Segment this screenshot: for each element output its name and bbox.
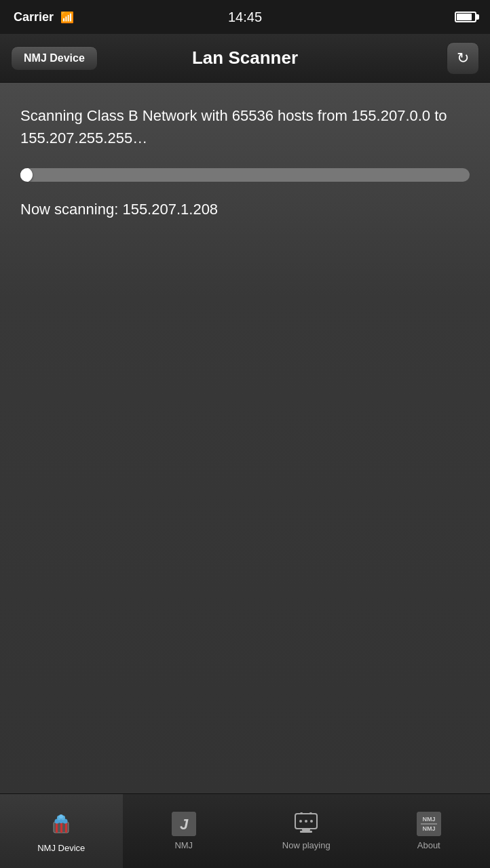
svg-rect-16: [300, 831, 312, 833]
status-time: 14:45: [228, 9, 262, 25]
svg-point-18: [305, 820, 307, 823]
popcorn-icon: [48, 810, 74, 839]
nmj-icon: J: [172, 812, 196, 836]
svg-text:J: J: [180, 816, 189, 833]
scan-description: Scanning Class B Network with 65536 host…: [20, 104, 470, 149]
status-left: Carrier 📶: [14, 10, 74, 24]
main-content: Scanning Class B Network with 65536 host…: [0, 83, 490, 793]
svg-text:NMJ: NMJ: [422, 825, 435, 832]
battery-fill: [457, 14, 472, 20]
carrier-label: Carrier: [14, 10, 54, 24]
tab-nmj-device[interactable]: NMJ Device: [0, 794, 123, 868]
nav-bar: NMJ Device Lan Scanner ↻: [0, 34, 490, 83]
tab-bar: NMJ Device J NMJ: [0, 793, 490, 868]
svg-rect-15: [302, 829, 310, 831]
svg-point-9: [59, 814, 63, 818]
wifi-icon: 📶: [60, 11, 74, 24]
tab-about-label: About: [417, 840, 440, 850]
status-bar: Carrier 📶 14:45: [0, 0, 490, 34]
about-icon: NMJ NMJ: [417, 812, 441, 836]
tab-nmj-label: NMJ: [174, 840, 193, 850]
refresh-icon: ↻: [457, 50, 469, 67]
svg-rect-2: [60, 822, 62, 833]
tab-nmj-device-label: NMJ Device: [37, 843, 85, 853]
tab-nmj[interactable]: J NMJ: [123, 794, 246, 868]
refresh-button[interactable]: ↻: [447, 42, 479, 75]
progress-bar-fill: [20, 168, 29, 182]
scan-status: Now scanning: 155.207.1.208: [20, 201, 470, 218]
svg-rect-22: [421, 823, 437, 825]
page-title: Lan Scanner: [192, 47, 298, 68]
progress-knob: [20, 168, 33, 182]
back-button[interactable]: NMJ Device: [11, 46, 98, 71]
svg-text:NMJ: NMJ: [422, 816, 435, 823]
tab-now-playing-label: Now playing: [282, 840, 331, 850]
battery-icon: [455, 12, 476, 22]
svg-point-19: [310, 820, 313, 823]
tab-about[interactable]: NMJ NMJ About: [368, 794, 491, 868]
svg-point-17: [299, 820, 302, 823]
tab-now-playing[interactable]: Now playing: [245, 794, 368, 868]
progress-bar: [20, 168, 470, 182]
tv-icon: [294, 812, 318, 836]
